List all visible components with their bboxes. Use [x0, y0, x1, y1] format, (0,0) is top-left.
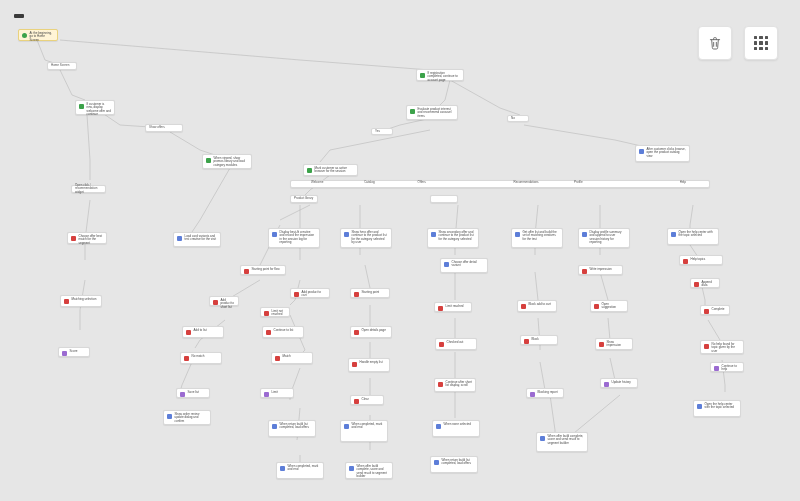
node-n53[interactable]: Show impression [595, 338, 633, 350]
node-open-catalog[interactable]: After customer clicks browse, open the p… [635, 145, 690, 162]
action-icon [438, 306, 443, 311]
action-icon [694, 282, 699, 287]
layout-grid-button[interactable] [744, 26, 778, 60]
node-fin2[interactable]: When offer build complete, score and sen… [345, 462, 393, 479]
node-n19[interactable]: Get offer list and build the set of matc… [511, 228, 563, 248]
node-n48[interactable]: When offer build complete, score and sen… [536, 432, 588, 452]
node-n34[interactable]: Checked out [435, 338, 477, 350]
node-n52[interactable]: Append data [690, 278, 720, 288]
action-icon [714, 366, 719, 371]
action-icon [244, 269, 249, 274]
action-icon [213, 300, 218, 305]
node-n39[interactable]: Handle empty list [348, 358, 390, 372]
node-n32[interactable]: Continue to list [262, 326, 304, 338]
node-n47[interactable]: When completed, mark and end [340, 420, 388, 442]
start-node[interactable]: At the beginning, go to Home Screen [18, 29, 58, 41]
action-icon [167, 414, 172, 419]
node-active[interactable]: Mark customer as active browser for the … [303, 164, 358, 176]
action-icon [266, 330, 271, 335]
node-n57[interactable]: No help found for topic given by the use… [700, 340, 744, 354]
node-n20[interactable]: Display profile summary and append to us… [578, 228, 630, 248]
node-open-rec[interactable]: Open click / recommendation widget [71, 185, 106, 193]
action-icon [524, 339, 529, 344]
node-n26[interactable]: Add product to cart [290, 288, 330, 298]
node-n42[interactable]: Blocking report [526, 388, 564, 398]
action-icon [704, 309, 709, 314]
action-icon [352, 362, 357, 367]
node-n46[interactable]: When return build list completed, load o… [268, 420, 316, 437]
action-icon [582, 232, 587, 237]
node-n56[interactable]: Help topics [679, 255, 723, 265]
node-n55[interactable]: Update history [600, 378, 638, 388]
node-n22[interactable]: Starting point for flow [240, 265, 286, 275]
node-n28[interactable]: Limit reached [434, 302, 472, 312]
action-icon [683, 259, 688, 264]
node-n38[interactable]: Match [271, 352, 313, 364]
node-n31[interactable]: Add to list [182, 326, 224, 338]
node-cond-new[interactable]: If customer is new, display welcome offe… [75, 100, 115, 115]
node-help-end[interactable]: Open the help center with the topic sele… [693, 400, 741, 417]
node-n35[interactable]: Block [520, 335, 558, 345]
node-n13[interactable] [430, 195, 458, 203]
node-no[interactable]: No [507, 115, 529, 122]
node-n16[interactable]: Display best-fit creative and record the… [268, 228, 320, 248]
action-icon [349, 466, 354, 471]
action-icon [344, 424, 349, 429]
node-n27[interactable]: Starting point [350, 288, 390, 298]
action-icon [582, 269, 587, 274]
play-icon [22, 33, 27, 38]
node-n51[interactable]: Open suggestion [590, 300, 628, 312]
action-icon [280, 466, 285, 471]
toolbar [698, 26, 778, 60]
node-yes[interactable]: Yes [371, 128, 393, 135]
node-n36[interactable]: Score [58, 347, 90, 357]
action-icon [639, 149, 644, 154]
node-n54[interactable]: Complete [700, 305, 730, 315]
node-cond-reg[interactable]: If registration completed, continue to a… [416, 69, 464, 81]
node-eval[interactable]: Evaluate product interest and recommend … [406, 105, 458, 120]
node-n14[interactable]: Choose offer best match for the segment [67, 232, 107, 244]
node-n48s[interactable]: When none selected [432, 420, 480, 437]
action-icon [354, 399, 359, 404]
action-icon [272, 232, 277, 237]
node-n33[interactable]: Open details page [350, 326, 392, 338]
node-n15[interactable]: Load card variants and test creative for… [173, 232, 221, 247]
node-n37[interactable]: No match [180, 352, 222, 364]
action-icon [515, 232, 520, 237]
node-home[interactable]: Home Screen [47, 62, 77, 70]
node-n24[interactable]: Matching selection [60, 295, 102, 307]
node-n25[interactable]: Add product to short list [209, 296, 239, 306]
action-icon [599, 342, 604, 347]
node-n58[interactable]: Continue to help [710, 362, 744, 372]
action-icon [697, 404, 702, 409]
action-icon [530, 392, 535, 397]
node-n18[interactable]: Show secondary offer and continue to the… [427, 228, 479, 248]
node-n29[interactable]: Block add to cart [517, 300, 557, 312]
node-n50[interactable]: Write impression [578, 265, 623, 275]
action-icon [604, 382, 609, 387]
node-n43[interactable]: Limit [260, 388, 294, 398]
action-icon [264, 392, 269, 397]
node-fin3[interactable]: When return build list completed, load o… [430, 456, 478, 473]
node-n23[interactable]: Choose offer detail variant [440, 258, 488, 273]
node-fin1[interactable]: When completed, mark and end [276, 462, 324, 479]
drag-handle-icon[interactable] [14, 14, 24, 18]
branch-icon [79, 104, 84, 109]
node-n12[interactable]: Product library [290, 195, 318, 203]
node-n40[interactable]: Save list [176, 388, 210, 398]
node-n49[interactable]: Open the help center with the topic sele… [667, 228, 719, 245]
action-icon [354, 330, 359, 335]
node-n17[interactable]: Show hero offer and continue to the prod… [340, 228, 392, 248]
delete-button[interactable] [698, 26, 732, 60]
action-icon [594, 304, 599, 309]
action-icon [184, 356, 189, 361]
node-n45[interactable]: Show order review update dialog and conf… [163, 410, 211, 425]
node-n41[interactable]: Continue after short list display, scrol… [434, 378, 476, 392]
node-show-offers[interactable]: Show offers [145, 124, 183, 132]
branch-icon [410, 109, 415, 114]
node-promo-lib[interactable]: When viewed, show promos library and loa… [202, 154, 252, 169]
flow-canvas[interactable]: At the beginning, go to Home Screen Home… [0, 0, 800, 501]
node-n30[interactable]: Limit not reached [260, 307, 290, 317]
node-n44[interactable]: Clear [350, 395, 384, 405]
branch-icon [307, 168, 312, 173]
